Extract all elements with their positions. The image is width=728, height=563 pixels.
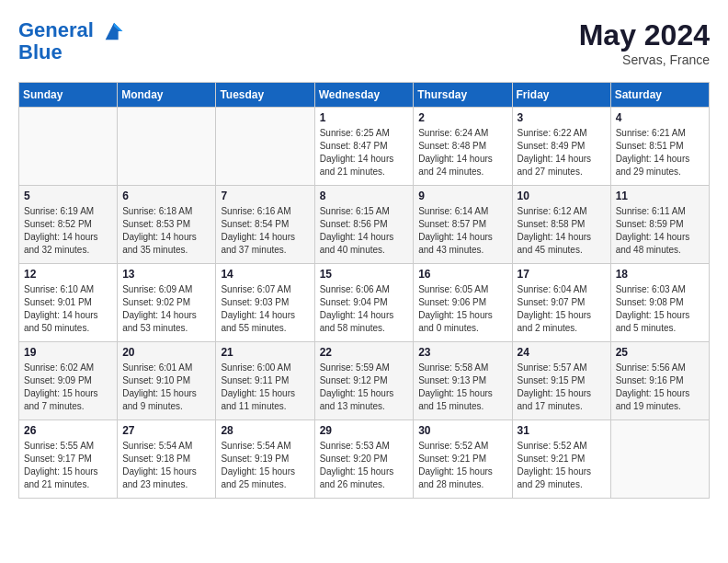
calendar-cell: 10Sunrise: 6:12 AM Sunset: 8:58 PM Dayli… — [512, 186, 610, 264]
calendar-cell: 7Sunrise: 6:16 AM Sunset: 8:54 PM Daylig… — [216, 186, 314, 264]
day-info: Sunrise: 6:00 AM Sunset: 9:11 PM Dayligh… — [221, 362, 309, 413]
day-number: 27 — [122, 424, 210, 437]
day-number: 24 — [518, 346, 606, 359]
day-number: 31 — [518, 424, 606, 437]
day-info: Sunrise: 6:04 AM Sunset: 9:07 PM Dayligh… — [518, 283, 606, 335]
day-info: Sunrise: 5:52 AM Sunset: 9:21 PM Dayligh… — [518, 440, 606, 491]
weekday-header-tuesday: Tuesday — [216, 83, 314, 108]
calendar-cell: 24Sunrise: 5:57 AM Sunset: 9:15 PM Dayli… — [512, 342, 610, 420]
calendar-table: SundayMondayTuesdayWednesdayThursdayFrid… — [18, 82, 710, 499]
calendar-week-4: 19Sunrise: 6:02 AM Sunset: 9:09 PM Dayli… — [19, 342, 710, 420]
calendar-cell — [216, 108, 314, 186]
weekday-header-row: SundayMondayTuesdayWednesdayThursdayFrid… — [19, 83, 710, 108]
calendar-cell: 27Sunrise: 5:54 AM Sunset: 9:18 PM Dayli… — [118, 420, 216, 499]
calendar-cell: 23Sunrise: 5:58 AM Sunset: 9:13 PM Dayli… — [414, 342, 512, 420]
day-number: 15 — [320, 268, 409, 281]
day-info: Sunrise: 6:18 AM Sunset: 8:53 PM Dayligh… — [122, 205, 210, 257]
day-number: 2 — [418, 111, 506, 124]
day-number: 14 — [221, 268, 309, 281]
day-info: Sunrise: 6:14 AM Sunset: 8:57 PM Dayligh… — [418, 205, 506, 257]
day-info: Sunrise: 5:54 AM Sunset: 9:19 PM Dayligh… — [221, 440, 309, 491]
weekday-header-thursday: Thursday — [414, 83, 512, 108]
calendar-cell: 2Sunrise: 6:24 AM Sunset: 8:48 PM Daylig… — [414, 108, 512, 186]
day-number: 23 — [418, 346, 506, 359]
day-info: Sunrise: 6:19 AM Sunset: 8:52 PM Dayligh… — [24, 205, 112, 257]
weekday-header-friday: Friday — [512, 83, 610, 108]
calendar-week-5: 26Sunrise: 5:55 AM Sunset: 9:17 PM Dayli… — [19, 420, 710, 499]
calendar-cell: 30Sunrise: 5:52 AM Sunset: 9:21 PM Dayli… — [414, 420, 512, 499]
day-number: 21 — [221, 346, 309, 359]
logo-icon — [101, 18, 127, 44]
day-info: Sunrise: 6:24 AM Sunset: 8:48 PM Dayligh… — [418, 127, 506, 178]
calendar-cell — [19, 108, 118, 186]
calendar-cell: 19Sunrise: 6:02 AM Sunset: 9:09 PM Dayli… — [19, 342, 118, 420]
day-info: Sunrise: 6:21 AM Sunset: 8:51 PM Dayligh… — [616, 127, 704, 178]
day-number: 11 — [616, 190, 704, 202]
day-number: 13 — [122, 268, 210, 281]
day-info: Sunrise: 6:05 AM Sunset: 9:06 PM Dayligh… — [418, 283, 506, 335]
day-info: Sunrise: 6:11 AM Sunset: 8:59 PM Dayligh… — [616, 205, 704, 257]
calendar-cell: 5Sunrise: 6:19 AM Sunset: 8:52 PM Daylig… — [19, 186, 118, 264]
calendar-cell: 4Sunrise: 6:21 AM Sunset: 8:51 PM Daylig… — [610, 108, 709, 186]
day-info: Sunrise: 5:56 AM Sunset: 9:16 PM Dayligh… — [616, 362, 704, 413]
calendar-cell: 25Sunrise: 5:56 AM Sunset: 9:16 PM Dayli… — [610, 342, 709, 420]
day-info: Sunrise: 5:57 AM Sunset: 9:15 PM Dayligh… — [518, 362, 606, 413]
day-number: 10 — [518, 190, 606, 202]
weekday-header-sunday: Sunday — [19, 83, 118, 108]
day-info: Sunrise: 6:22 AM Sunset: 8:49 PM Dayligh… — [518, 127, 606, 178]
calendar-cell — [118, 108, 216, 186]
page-header: General Blue May 2024 Servas, France — [18, 18, 710, 67]
day-number: 1 — [320, 111, 409, 124]
day-number: 20 — [122, 346, 210, 359]
location: Servas, France — [579, 52, 710, 67]
weekday-header-monday: Monday — [118, 83, 216, 108]
calendar-cell: 11Sunrise: 6:11 AM Sunset: 8:59 PM Dayli… — [610, 186, 709, 264]
weekday-header-wednesday: Wednesday — [314, 83, 414, 108]
logo-general: General — [18, 18, 94, 41]
day-number: 6 — [122, 190, 210, 202]
day-number: 9 — [418, 190, 506, 202]
calendar-cell: 1Sunrise: 6:25 AM Sunset: 8:47 PM Daylig… — [314, 108, 414, 186]
day-info: Sunrise: 6:07 AM Sunset: 9:03 PM Dayligh… — [221, 283, 309, 335]
calendar-cell: 18Sunrise: 6:03 AM Sunset: 9:08 PM Dayli… — [610, 264, 709, 342]
day-number: 5 — [24, 190, 112, 202]
calendar-cell: 31Sunrise: 5:52 AM Sunset: 9:21 PM Dayli… — [512, 420, 610, 499]
day-number: 30 — [418, 424, 506, 437]
calendar-cell: 22Sunrise: 5:59 AM Sunset: 9:12 PM Dayli… — [314, 342, 414, 420]
title-block: May 2024 Servas, France — [579, 18, 710, 67]
calendar-cell: 21Sunrise: 6:00 AM Sunset: 9:11 PM Dayli… — [216, 342, 314, 420]
day-info: Sunrise: 6:12 AM Sunset: 8:58 PM Dayligh… — [518, 205, 606, 257]
day-info: Sunrise: 6:15 AM Sunset: 8:56 PM Dayligh… — [320, 205, 409, 257]
day-info: Sunrise: 5:58 AM Sunset: 9:13 PM Dayligh… — [418, 362, 506, 413]
calendar-cell: 28Sunrise: 5:54 AM Sunset: 9:19 PM Dayli… — [216, 420, 314, 499]
day-info: Sunrise: 5:52 AM Sunset: 9:21 PM Dayligh… — [418, 440, 506, 491]
day-number: 26 — [24, 424, 112, 437]
day-info: Sunrise: 5:55 AM Sunset: 9:17 PM Dayligh… — [24, 440, 112, 491]
day-info: Sunrise: 6:09 AM Sunset: 9:02 PM Dayligh… — [122, 283, 210, 335]
day-info: Sunrise: 6:03 AM Sunset: 9:08 PM Dayligh… — [616, 283, 704, 335]
day-number: 4 — [616, 111, 704, 124]
day-info: Sunrise: 6:10 AM Sunset: 9:01 PM Dayligh… — [24, 283, 112, 335]
calendar-cell: 20Sunrise: 6:01 AM Sunset: 9:10 PM Dayli… — [118, 342, 216, 420]
calendar-cell: 15Sunrise: 6:06 AM Sunset: 9:04 PM Dayli… — [314, 264, 414, 342]
day-info: Sunrise: 6:01 AM Sunset: 9:10 PM Dayligh… — [122, 362, 210, 413]
day-number: 8 — [320, 190, 409, 202]
calendar-cell: 9Sunrise: 6:14 AM Sunset: 8:57 PM Daylig… — [414, 186, 512, 264]
calendar-cell: 8Sunrise: 6:15 AM Sunset: 8:56 PM Daylig… — [314, 186, 414, 264]
day-number: 7 — [221, 190, 309, 202]
month-year: May 2024 — [579, 18, 710, 52]
calendar-cell: 12Sunrise: 6:10 AM Sunset: 9:01 PM Dayli… — [19, 264, 118, 342]
day-info: Sunrise: 5:53 AM Sunset: 9:20 PM Dayligh… — [320, 440, 409, 491]
calendar-cell: 13Sunrise: 6:09 AM Sunset: 9:02 PM Dayli… — [118, 264, 216, 342]
day-number: 22 — [320, 346, 409, 359]
calendar-cell: 6Sunrise: 6:18 AM Sunset: 8:53 PM Daylig… — [118, 186, 216, 264]
calendar-week-3: 12Sunrise: 6:10 AM Sunset: 9:01 PM Dayli… — [19, 264, 710, 342]
calendar-week-2: 5Sunrise: 6:19 AM Sunset: 8:52 PM Daylig… — [19, 186, 710, 264]
day-number: 19 — [24, 346, 112, 359]
day-info: Sunrise: 6:16 AM Sunset: 8:54 PM Dayligh… — [221, 205, 309, 257]
calendar-cell: 26Sunrise: 5:55 AM Sunset: 9:17 PM Dayli… — [19, 420, 118, 499]
day-info: Sunrise: 6:25 AM Sunset: 8:47 PM Dayligh… — [320, 127, 409, 178]
day-info: Sunrise: 6:06 AM Sunset: 9:04 PM Dayligh… — [320, 283, 409, 335]
calendar-cell: 14Sunrise: 6:07 AM Sunset: 9:03 PM Dayli… — [216, 264, 314, 342]
day-info: Sunrise: 6:02 AM Sunset: 9:09 PM Dayligh… — [24, 362, 112, 413]
